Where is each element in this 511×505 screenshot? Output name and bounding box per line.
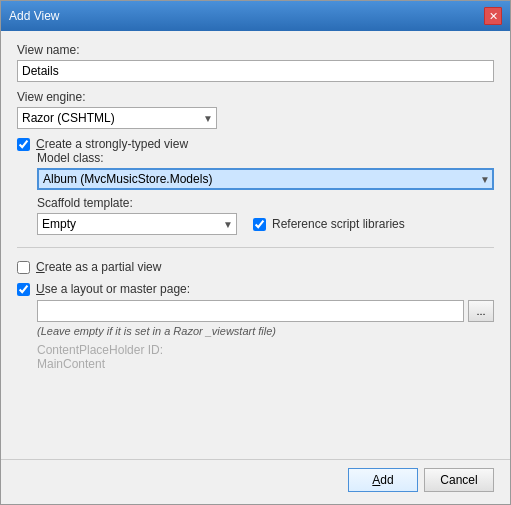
indented-section: Model class: Album (MvcMusicStore.Models… xyxy=(37,151,494,235)
strongly-typed-section: Create a strongly-typed view Model class… xyxy=(17,137,494,235)
scaffold-row: Empty ▼ Reference script libraries xyxy=(37,213,494,235)
view-engine-select[interactable]: Razor (CSHTML) xyxy=(17,107,217,129)
layout-input-section: ... (Leave empty if it is set in a Razor… xyxy=(37,300,494,371)
placeholder-id-value: MainContent xyxy=(37,357,494,371)
scaffold-section: Scaffold template: Empty ▼ Reference scr… xyxy=(37,196,494,235)
view-name-input[interactable] xyxy=(17,60,494,82)
strongly-typed-row: Create a strongly-typed view xyxy=(17,137,494,151)
strongly-typed-label: Create a strongly-typed view xyxy=(36,137,188,151)
model-class-select[interactable]: Album (MvcMusicStore.Models) xyxy=(37,168,494,190)
layout-path-input[interactable] xyxy=(37,300,464,322)
reference-scripts-checkbox[interactable] xyxy=(253,218,266,231)
scaffold-label: Scaffold template: xyxy=(37,196,494,210)
layout-input-row: ... xyxy=(37,300,494,322)
layout-checkbox[interactable] xyxy=(17,283,30,296)
view-name-section: View name: xyxy=(17,43,494,82)
scaffold-select[interactable]: Empty xyxy=(37,213,237,235)
layout-row: Use a layout or master page: xyxy=(17,282,494,296)
layout-label: Use a layout or master page: xyxy=(36,282,190,296)
view-engine-select-wrapper: Razor (CSHTML) ▼ xyxy=(17,107,217,129)
title-bar: Add View ✕ xyxy=(1,1,510,31)
add-view-dialog: Add View ✕ View name: View engine: Razor… xyxy=(0,0,511,505)
cancel-button[interactable]: Cancel xyxy=(424,468,494,492)
placeholder-id-label: ContentPlaceHolder ID: xyxy=(37,343,494,357)
reference-scripts-row: Reference script libraries xyxy=(253,217,405,231)
add-underline: Add xyxy=(372,473,393,487)
view-name-label: View name: xyxy=(17,43,494,57)
partial-view-row: Create as a partial view xyxy=(17,260,494,274)
model-class-label: Model class: xyxy=(37,151,494,165)
dialog-body: View name: View engine: Razor (CSHTML) ▼ xyxy=(1,31,510,459)
strongly-typed-checkbox[interactable] xyxy=(17,138,30,151)
view-engine-section: View engine: Razor (CSHTML) ▼ xyxy=(17,90,494,129)
browse-button[interactable]: ... xyxy=(468,300,494,322)
partial-view-checkbox[interactable] xyxy=(17,261,30,274)
model-class-section: Model class: Album (MvcMusicStore.Models… xyxy=(37,151,494,190)
layout-section: Use a layout or master page: ... (Leave … xyxy=(17,282,494,371)
add-button[interactable]: Add xyxy=(348,468,418,492)
layout-hint: (Leave empty if it is set in a Razor _vi… xyxy=(37,325,494,337)
partial-view-label: Create as a partial view xyxy=(36,260,161,274)
reference-scripts-label: Reference script libraries xyxy=(272,217,405,231)
model-class-select-wrapper: Album (MvcMusicStore.Models) ▼ xyxy=(37,168,494,190)
divider-1 xyxy=(17,247,494,248)
dialog-title: Add View xyxy=(9,9,59,23)
view-engine-label: View engine: xyxy=(17,90,494,104)
scaffold-select-wrapper: Empty ▼ xyxy=(37,213,237,235)
dialog-footer: Add Cancel xyxy=(1,459,510,504)
close-button[interactable]: ✕ xyxy=(484,7,502,25)
